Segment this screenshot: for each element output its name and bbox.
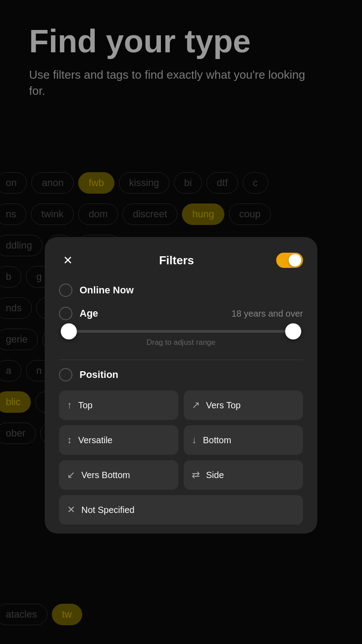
vers-top-label: Vers Top — [206, 400, 240, 411]
modal-title: Filters — [159, 254, 194, 267]
not-specified-label: Not Specified — [81, 505, 135, 515]
age-value: 18 years and over — [232, 309, 303, 319]
vers-bottom-icon: ↙ — [67, 469, 75, 481]
position-radio[interactable] — [59, 368, 72, 381]
position-label: Position — [80, 369, 118, 381]
side-label: Side — [206, 470, 224, 480]
not-specified-icon: ✕ — [67, 504, 75, 516]
online-now-row: Online Now — [59, 284, 303, 297]
bottom-icon: ↓ — [192, 434, 197, 446]
position-versatile-button[interactable]: ↕ Versatile — [59, 425, 178, 455]
close-button[interactable]: ✕ — [59, 251, 77, 269]
position-vers-top-button[interactable]: ↗ Vers Top — [184, 390, 303, 420]
online-now-label: Online Now — [80, 284, 134, 296]
top-label: Top — [78, 400, 93, 411]
top-icon: ↑ — [67, 399, 72, 411]
position-side-button[interactable]: ⇄ Side — [184, 460, 303, 490]
modal-header: ✕ Filters — [59, 251, 303, 269]
versatile-icon: ↕ — [67, 434, 72, 446]
position-top-button[interactable]: ↑ Top — [59, 390, 178, 420]
age-slider-hint: Drag to adjust range — [61, 338, 301, 347]
age-slider-track[interactable] — [61, 330, 301, 333]
divider-1 — [59, 360, 303, 360]
position-grid: ↑ Top ↗ Vers Top ↕ Versatile ↓ Bottom ↙ … — [59, 390, 303, 525]
vers-bottom-label: Vers Bottom — [81, 470, 130, 480]
age-slider-container: Drag to adjust range — [59, 330, 303, 347]
age-left: Age — [59, 307, 98, 320]
position-vers-bottom-button[interactable]: ↙ Vers Bottom — [59, 460, 178, 490]
filter-modal: ✕ Filters Online Now Age 18 years and ov… — [45, 237, 317, 534]
toggle-knob — [289, 254, 301, 267]
age-slider-fill — [61, 330, 301, 333]
age-row: Age 18 years and over — [59, 307, 303, 320]
age-slider-thumb-max[interactable] — [285, 323, 301, 339]
versatile-label: Versatile — [78, 435, 113, 445]
bottom-label: Bottom — [203, 435, 231, 445]
age-radio[interactable] — [59, 307, 72, 320]
side-icon: ⇄ — [192, 469, 200, 481]
vers-top-icon: ↗ — [192, 399, 200, 411]
filter-toggle[interactable] — [276, 253, 303, 268]
age-slider-thumb-min[interactable] — [61, 323, 77, 339]
position-header: Position — [59, 368, 303, 381]
age-label: Age — [80, 308, 98, 319]
online-now-radio[interactable] — [59, 284, 72, 297]
position-bottom-button[interactable]: ↓ Bottom — [184, 425, 303, 455]
position-not-specified-button[interactable]: ✕ Not Specified — [59, 495, 303, 525]
online-now-left: Online Now — [59, 284, 134, 297]
